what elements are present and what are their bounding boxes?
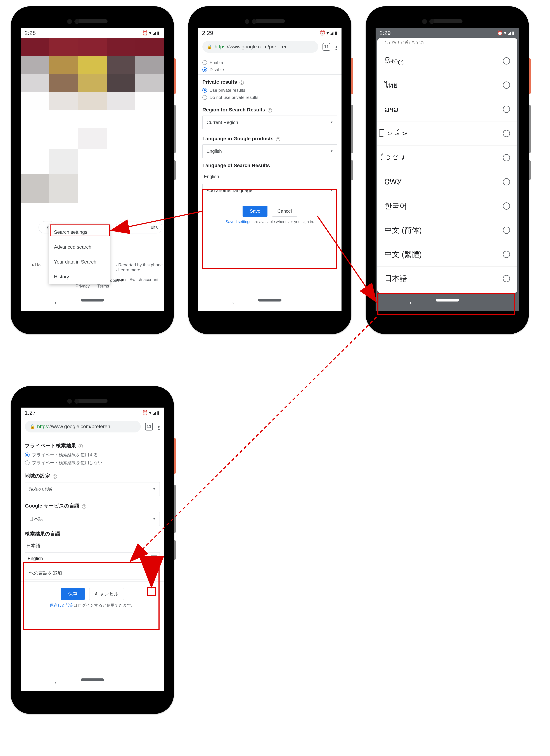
- radio-icon: [503, 227, 510, 234]
- saved-settings-link[interactable]: Saved settings: [225, 219, 251, 224]
- menu-your-data[interactable]: Your data in Search: [49, 255, 110, 269]
- radio-icon: [503, 275, 510, 282]
- screen-1: 2:28 ⏰ ▾ ◢ ▮ ▾: [21, 28, 164, 311]
- nav-back-icon[interactable]: ‹: [55, 679, 57, 686]
- radio-disable[interactable]: Disable: [202, 67, 337, 72]
- wifi-icon: ▾: [504, 30, 506, 36]
- cancel-button-jp[interactable]: キャンセル: [89, 588, 124, 600]
- battery-icon: ▮: [157, 30, 159, 36]
- radio-use-private[interactable]: Use private results: [202, 88, 337, 93]
- language-item-japanese[interactable]: 日本語: [377, 267, 517, 291]
- region-select[interactable]: Current Region▼: [202, 116, 337, 129]
- menu-search-settings[interactable]: Search settings: [49, 225, 110, 240]
- chevron-down-icon: ▼: [330, 150, 333, 153]
- language-item[interactable]: 한국어: [377, 194, 517, 218]
- nav-pill[interactable]: [81, 678, 104, 681]
- tab-count[interactable]: 11: [323, 43, 331, 51]
- section-private-results: Private results ?: [202, 79, 337, 85]
- phone-3: 2:29 ⏰ ▾ ◢ ▮ ಐಆಲ್ಕಾರ್ಣು සිංහල ไทย ລາວ မြ…: [366, 6, 529, 334]
- menu-advanced-search[interactable]: Advanced search: [49, 240, 110, 255]
- nav-back-icon[interactable]: ‹: [55, 299, 57, 306]
- address-bar: 🔒 https://www.google.com/preferen 11: [198, 38, 342, 55]
- oval-button-right[interactable]: ults: [116, 221, 162, 233]
- chevron-down-icon: ▼: [153, 487, 156, 491]
- close-icon[interactable]: ✕: [151, 555, 157, 561]
- section-region: Region for Search Results ?: [202, 107, 337, 113]
- language-item[interactable]: ខ្មែរ: [377, 146, 517, 170]
- saved-settings-note: Saved settings are available whenever yo…: [202, 219, 337, 224]
- lang-products-select-jp[interactable]: 日本語▼: [25, 512, 160, 526]
- signal-icon: ◢: [507, 30, 511, 36]
- signal-icon: ◢: [152, 30, 156, 36]
- footer-privacy[interactable]: Privacy: [76, 284, 90, 289]
- help-icon[interactable]: ?: [53, 474, 57, 479]
- screen-4: 1:27 ⏰ ▾ ◢ ▮ 🔒 https://www.google.com/pr…: [21, 408, 164, 691]
- help-icon[interactable]: ?: [276, 137, 280, 141]
- signal-icon: ◢: [152, 410, 156, 416]
- add-language-select[interactable]: Add another language▼: [202, 184, 337, 197]
- settings-content: Enable Disable Private results ? Use pri…: [198, 55, 342, 293]
- saved-settings-link-jp[interactable]: 保存した設定: [50, 603, 74, 607]
- tab-count[interactable]: 11: [145, 423, 153, 430]
- section-lang-results-jp: 検索結果の言語: [25, 530, 160, 537]
- language-item[interactable]: ไทย: [377, 73, 517, 97]
- language-item[interactable]: ᏣᎳᎩ: [377, 170, 517, 194]
- help-icon[interactable]: ?: [78, 444, 83, 448]
- phone-2: 2:29 ⏰ ▾ ◢ ▮ 🔒 https://www.google.com/pr…: [188, 6, 351, 334]
- alarm-icon: ⏰: [142, 30, 148, 36]
- status-bar: 2:29 ⏰ ▾ ◢ ▮: [376, 28, 519, 38]
- radio-no-private[interactable]: Do not use private results: [202, 95, 337, 100]
- menu-history[interactable]: History: [49, 269, 110, 284]
- chevron-down-icon: ▼: [330, 189, 333, 192]
- language-item[interactable]: සිංහල: [377, 49, 517, 73]
- radio-icon: [503, 106, 510, 113]
- search-settings-popup: Search settings Advanced search Your dat…: [49, 225, 110, 284]
- save-button-jp[interactable]: 保存: [61, 588, 85, 600]
- address-bar: 🔒 https://www.google.com/preferen 11: [21, 418, 164, 435]
- language-item[interactable]: မြန်မာ: [377, 121, 517, 146]
- screen-3: 2:29 ⏰ ▾ ◢ ▮ ಐಆಲ್ಕಾರ್ಣು සිංහල ไทย ລາວ မြ…: [376, 28, 519, 311]
- language-item[interactable]: ລາວ: [377, 97, 517, 121]
- radio-no-private-jp[interactable]: プライベート検索結果を使用しない: [25, 460, 160, 466]
- radio-icon: [503, 82, 510, 89]
- nav-back-icon[interactable]: ‹: [232, 299, 234, 306]
- phone-4: 1:27 ⏰ ▾ ◢ ▮ 🔒 https://www.google.com/pr…: [11, 386, 174, 714]
- section-lang-results: Language of Search Results: [202, 163, 337, 168]
- language-item[interactable]: 中文 (繁體): [377, 242, 517, 267]
- nav-pill[interactable]: [81, 299, 104, 302]
- url-rest: ://www.google.com/preferen: [48, 424, 110, 429]
- alarm-icon: ⏰: [320, 30, 326, 36]
- radio-use-private-jp[interactable]: プライベート検索結果を使用する: [25, 452, 160, 458]
- radio-icon: [503, 251, 510, 258]
- nav-bar: ‹: [376, 293, 519, 307]
- help-icon[interactable]: ?: [267, 108, 272, 113]
- save-button[interactable]: Save: [242, 206, 267, 217]
- nav-back-icon[interactable]: ‹: [410, 299, 412, 306]
- signal-icon: ◢: [330, 30, 334, 36]
- language-item-partial[interactable]: ಐಆಲ್ಕಾರ್ಣು: [377, 38, 517, 49]
- help-icon[interactable]: ?: [82, 504, 86, 509]
- battery-icon: ▮: [335, 30, 337, 36]
- lang-products-select[interactable]: English▼: [202, 144, 337, 158]
- language-picker-card: ಐಆಲ್ಕಾರ್ಣು සිංහල ไทย ລາວ မြန်မာ ខ្មែរ ᏣᎳ…: [377, 38, 517, 293]
- cancel-button[interactable]: Cancel: [272, 206, 297, 217]
- help-icon[interactable]: ?: [239, 80, 244, 85]
- nav-bar: ‹: [198, 293, 342, 307]
- url-field[interactable]: 🔒 https://www.google.com/preferen: [25, 421, 141, 432]
- alarm-icon: ⏰: [142, 410, 148, 416]
- kebab-icon[interactable]: [336, 43, 337, 50]
- add-language-select-jp[interactable]: 他の言語を追加▼: [25, 566, 160, 580]
- nav-pill[interactable]: [258, 299, 282, 302]
- status-time: 2:28: [25, 30, 36, 36]
- nav-pill[interactable]: [436, 299, 459, 302]
- section-private-results-jp: プライベート検索結果 ?: [25, 442, 160, 449]
- footer-terms[interactable]: Terms: [97, 284, 109, 289]
- status-bar: 2:28 ⏰ ▾ ◢ ▮: [21, 28, 164, 38]
- radio-icon: [503, 202, 510, 210]
- kebab-icon[interactable]: [158, 423, 160, 430]
- wifi-icon: ▾: [149, 410, 151, 416]
- url-field[interactable]: 🔒 https://www.google.com/preferen: [202, 41, 318, 53]
- radio-enable[interactable]: Enable: [202, 60, 337, 65]
- region-select-jp[interactable]: 現在の地域▼: [25, 482, 160, 496]
- language-item[interactable]: 中文 (简体): [377, 218, 517, 242]
